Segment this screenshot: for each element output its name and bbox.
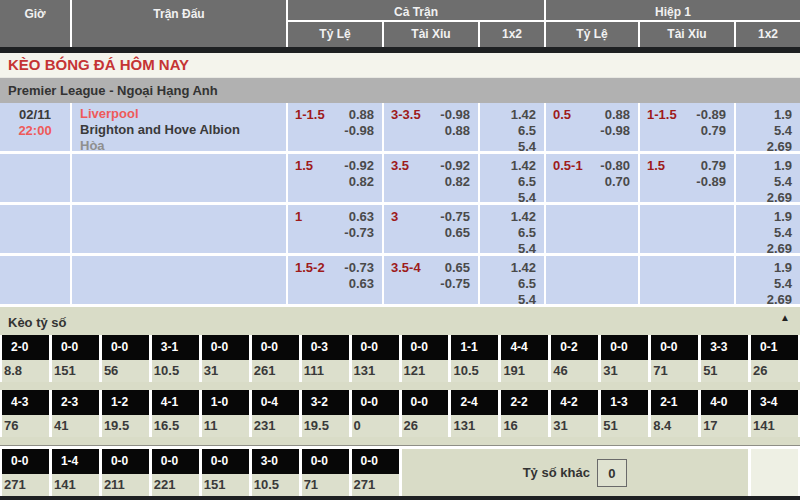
score-box[interactable]: 1-2 [102,390,149,415]
1x2-value: 5.4 [736,123,792,139]
score-box[interactable]: 2-0 [2,335,49,360]
h1-handicap-cell [546,256,640,304]
score-box[interactable]: 0-0 [52,335,99,360]
score-cell: 3-219.5 [302,390,349,437]
score-cell: 0-031 [601,335,648,382]
odds-value-bottom: -0.89 [696,174,726,190]
score-box[interactable]: 2-3 [52,390,99,415]
score-box[interactable]: 2-2 [501,390,548,415]
h1-1x2-cell[interactable]: 1.95.42.69 [736,103,800,151]
group-header-first-half: Hiệp 1 [546,0,800,22]
score-row: 2-08.80-01510-0563-110.50-0310-02610-311… [0,335,800,382]
score-box[interactable]: 3-3 [701,335,748,360]
score-box[interactable]: 0-0 [601,335,648,360]
score-box[interactable]: 0-2 [551,335,598,360]
betting-odds-page: Giờ Trận Đấu Cả Trận Tỷ Lệ Tài Xỉu 1x2 H… [0,0,800,500]
score-box[interactable]: 4-0 [701,390,748,415]
score-box[interactable]: 1-4 [52,449,99,474]
score-box[interactable]: 4-3 [2,390,49,415]
score-box[interactable]: 3-1 [152,335,199,360]
odds-value-bottom: 0.82 [440,174,470,190]
1x2-value: 5.4 [736,174,792,190]
score-box[interactable]: 2-4 [451,390,498,415]
ft-overunder-cell[interactable]: 3-3.5-0.980.88 [384,103,480,151]
ft-handicap-cell[interactable]: 1.5-2-0.730.63 [288,256,384,304]
1x2-value: 5.4 [736,225,792,241]
h1-overunder-cell[interactable]: 1.50.79-0.89 [640,154,736,202]
h1-1x2-cell[interactable]: 1.95.42.69 [736,205,800,253]
score-cell: 1-110.5 [451,335,498,382]
score-cell: 0-0261 [252,335,299,382]
score-box[interactable]: 4-4 [501,335,548,360]
score-box[interactable]: 3-0 [252,449,299,474]
ft-handicap-cell[interactable]: 1-1.50.88-0.98 [288,103,384,151]
correct-score-title: Kèo tỷ số [8,315,67,330]
score-box[interactable]: 1-3 [601,390,648,415]
1x2-value: 6.5 [480,225,536,241]
correct-score-section: Kèo tỷ số ▲ 2-08.80-01510-0563-110.50-03… [0,307,800,496]
score-box[interactable]: 0-0 [352,335,399,360]
score-box[interactable]: 0-0 [402,335,449,360]
home-team-name[interactable]: Liverpool [80,106,286,122]
1x2-value: 1.9 [736,209,792,225]
score-box[interactable]: 0-0 [352,390,399,415]
odds-values: 0.79-0.89 [696,158,726,202]
odds-values: -0.980.88 [440,107,470,151]
score-box[interactable]: 4-1 [152,390,199,415]
odds-value-top: -0.73 [344,260,374,276]
score-box[interactable]: 0-0 [352,449,399,474]
score-box[interactable]: 2-1 [651,390,698,415]
score-odd: 8.8 [2,360,49,382]
score-box[interactable]: 0-3 [302,335,349,360]
ft-handicap-cell[interactable]: 10.63-0.73 [288,205,384,253]
odds-value-top: 0.88 [344,107,374,123]
column-header-time: Giờ [0,0,72,47]
h1-handicap-cell[interactable]: 0.50.88-0.98 [546,103,640,151]
h1-handicap-cell[interactable]: 0.5-1-0.800.70 [546,154,640,202]
ft-overunder-cell[interactable]: 3.5-40.65-0.75 [384,256,480,304]
score-box[interactable]: 0-4 [252,390,299,415]
collapse-arrow-icon[interactable]: ▲ [780,312,790,323]
odds-values: -0.730.63 [344,260,374,304]
h1-1x2-cell[interactable]: 1.95.42.69 [736,256,800,304]
score-box[interactable]: 0-0 [252,335,299,360]
odds-value-bottom: 0.79 [696,123,726,139]
score-box[interactable]: 0-0 [651,335,698,360]
away-team-name[interactable]: Brighton and Hove Albion [80,122,286,138]
h1-1x2-cell[interactable]: 1.95.42.69 [736,154,800,202]
score-box[interactable]: 0-1 [751,335,798,360]
ft-overunder-cell[interactable]: 3.5-0.920.82 [384,154,480,202]
odds-row: 1.5-2-0.730.633.5-40.65-0.751.426.55.41.… [0,256,800,307]
score-box[interactable]: 0-0 [302,449,349,474]
score-row: 4-3762-3411-219.54-116.51-0110-42313-219… [0,390,800,437]
score-cell: 0-0211 [102,449,149,496]
score-box[interactable]: 1-0 [202,390,249,415]
odds-row: 10.63-0.733-0.750.651.426.55.41.95.42.69 [0,205,800,256]
h1-overunder-cell[interactable]: 1-1.5-0.890.79 [640,103,736,151]
score-box[interactable]: 3-4 [751,390,798,415]
ft-1x2-cell[interactable]: 1.426.55.4 [480,154,546,202]
score-box[interactable]: 0-0 [202,335,249,360]
odds-values: -0.800.70 [600,158,630,202]
ft-1x2-cell[interactable]: 1.426.55.4 [480,205,546,253]
score-box[interactable]: 0-0 [202,449,249,474]
score-box[interactable]: 3-2 [302,390,349,415]
score-box[interactable]: 0-0 [102,335,149,360]
ft-1x2-cell[interactable]: 1.426.55.4 [480,103,546,151]
ft-overunder-cell[interactable]: 3-0.750.65 [384,205,480,253]
score-box[interactable]: 1-1 [451,335,498,360]
ft-1x2-cell[interactable]: 1.426.55.4 [480,256,546,304]
handicap-label: 0.5-1 [553,158,583,202]
odds-values: -0.890.79 [696,107,726,151]
score-odd: 221 [152,474,199,496]
1x2-value: 1.42 [480,209,536,225]
h1-overunder-cell [640,205,736,253]
handicap-label: 3-3.5 [391,107,421,151]
ft-handicap-cell[interactable]: 1.5-0.920.82 [288,154,384,202]
score-box[interactable]: 0-0 [102,449,149,474]
score-box[interactable]: 0-0 [2,449,49,474]
score-box[interactable]: 0-0 [152,449,199,474]
score-box[interactable]: 4-2 [551,390,598,415]
other-score-input[interactable]: 0 [597,459,627,487]
score-box[interactable]: 0-0 [402,390,449,415]
